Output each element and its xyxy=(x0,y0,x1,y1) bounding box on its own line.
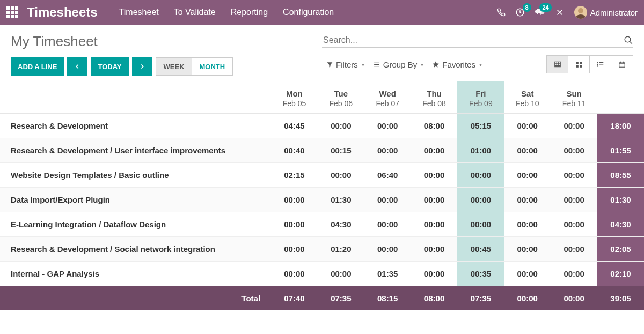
activities-icon[interactable]: 8 xyxy=(515,8,525,17)
groupby-button[interactable]: Group By ▾ xyxy=(369,57,428,72)
time-cell[interactable]: 00:00 xyxy=(271,262,318,286)
row-total: 01:30 xyxy=(597,188,644,212)
time-cell[interactable]: 00:00 xyxy=(551,212,597,237)
view-list-icon[interactable] xyxy=(590,56,611,73)
view-switcher xyxy=(546,55,633,73)
time-cell[interactable]: 00:00 xyxy=(364,188,411,212)
next-button[interactable] xyxy=(132,57,152,76)
favorites-button[interactable]: Favorites ▾ xyxy=(428,57,486,72)
table-row: Research & Development / Social network … xyxy=(0,237,644,262)
prev-button[interactable] xyxy=(67,57,87,76)
time-cell[interactable]: 06:40 xyxy=(364,163,411,188)
time-cell[interactable]: 00:00 xyxy=(504,188,551,212)
time-cell[interactable]: 01:20 xyxy=(318,237,364,262)
time-cell[interactable]: 00:15 xyxy=(318,138,364,163)
time-cell[interactable]: 00:00 xyxy=(318,163,364,188)
time-cell[interactable]: 00:00 xyxy=(551,188,597,212)
time-cell[interactable]: 00:00 xyxy=(504,163,551,188)
time-cell[interactable]: 00:00 xyxy=(364,114,411,138)
time-cell[interactable]: 00:00 xyxy=(271,237,318,262)
time-cell[interactable]: 00:00 xyxy=(364,212,411,237)
time-cell[interactable]: 00:00 xyxy=(551,114,597,138)
time-cell[interactable]: 02:15 xyxy=(271,163,318,188)
time-cell[interactable]: 00:00 xyxy=(457,163,504,188)
list-icon xyxy=(373,61,380,68)
time-cell[interactable]: 00:00 xyxy=(411,212,458,237)
row-label[interactable]: Research & Development / User interface … xyxy=(0,138,271,163)
time-cell[interactable]: 00:00 xyxy=(551,262,597,286)
time-cell[interactable]: 00:00 xyxy=(411,262,458,286)
today-button[interactable]: TODAY xyxy=(91,57,128,76)
user-menu[interactable]: Administrator xyxy=(574,6,638,19)
apps-icon[interactable] xyxy=(6,6,18,18)
search-icon[interactable] xyxy=(624,35,633,45)
view-grid-icon[interactable] xyxy=(547,56,568,73)
time-cell[interactable]: 00:00 xyxy=(364,138,411,163)
time-cell[interactable]: 00:00 xyxy=(411,138,458,163)
row-label[interactable]: Internal - GAP Analysis xyxy=(0,262,271,286)
footer-day-total: 07:40 xyxy=(271,286,318,311)
table-row: E-Learning Integration / Dataflow Design… xyxy=(0,212,644,237)
row-label[interactable]: E-Learning Integration / Dataflow Design xyxy=(0,212,271,237)
time-cell[interactable]: 04:45 xyxy=(271,114,318,138)
messages-icon[interactable]: 24 xyxy=(535,8,545,17)
time-cell[interactable]: 00:00 xyxy=(504,212,551,237)
row-total: 01:55 xyxy=(597,138,644,163)
time-cell[interactable]: 00:00 xyxy=(504,262,551,286)
time-cell[interactable]: 00:45 xyxy=(457,237,504,262)
column-header-day: ThuFeb 08 xyxy=(411,81,458,114)
filters-button[interactable]: Filters ▾ xyxy=(322,57,369,72)
nav-to-validate[interactable]: To Validate xyxy=(174,8,216,17)
time-cell[interactable]: 00:00 xyxy=(504,138,551,163)
svg-rect-4 xyxy=(580,62,582,64)
nav-timesheet[interactable]: Timesheet xyxy=(119,8,159,17)
time-cell[interactable]: 01:35 xyxy=(364,262,411,286)
row-label[interactable]: Research & Development xyxy=(0,114,271,138)
search-input[interactable] xyxy=(322,33,624,47)
nav-reporting[interactable]: Reporting xyxy=(231,8,268,17)
filters-label: Filters xyxy=(336,60,358,69)
time-cell[interactable]: 00:40 xyxy=(271,138,318,163)
time-cell[interactable]: 08:00 xyxy=(411,114,458,138)
favorites-label: Favorites xyxy=(442,60,475,69)
time-cell[interactable]: 04:30 xyxy=(318,212,364,237)
time-cell[interactable]: 00:00 xyxy=(504,237,551,262)
nav-configuration[interactable]: Configuration xyxy=(283,8,334,17)
time-cell[interactable]: 00:00 xyxy=(551,163,597,188)
time-cell[interactable]: 00:00 xyxy=(411,163,458,188)
time-cell[interactable]: 01:30 xyxy=(318,188,364,212)
table-row: Research & Development / User interface … xyxy=(0,138,644,163)
row-label[interactable]: Website Design Templates / Basic outline xyxy=(0,163,271,188)
time-cell[interactable]: 00:00 xyxy=(271,212,318,237)
time-cell[interactable]: 00:00 xyxy=(457,212,504,237)
footer-grand-total: 39:05 xyxy=(597,286,644,311)
row-label[interactable]: Data Import/Export Plugin xyxy=(0,188,271,212)
time-cell[interactable]: 00:00 xyxy=(551,237,597,262)
time-cell[interactable]: 01:00 xyxy=(457,138,504,163)
time-cell[interactable]: 00:00 xyxy=(411,237,458,262)
time-cell[interactable]: 00:00 xyxy=(504,114,551,138)
time-cell[interactable]: 05:15 xyxy=(457,114,504,138)
time-cell[interactable]: 00:00 xyxy=(364,237,411,262)
range-week-button[interactable]: WEEK xyxy=(156,58,192,75)
app-title: Timesheets xyxy=(27,5,98,20)
time-cell[interactable]: 00:00 xyxy=(318,262,364,286)
view-calendar-icon[interactable] xyxy=(611,56,633,73)
footer-day-total: 00:00 xyxy=(551,286,597,311)
phone-icon[interactable] xyxy=(497,8,506,17)
range-month-button[interactable]: MONTH xyxy=(192,58,233,75)
add-line-button[interactable]: ADD A LINE xyxy=(11,57,64,76)
time-cell[interactable]: 00:00 xyxy=(551,138,597,163)
time-cell[interactable]: 00:00 xyxy=(411,188,458,212)
column-header-day: TueFeb 06 xyxy=(318,81,364,114)
time-cell[interactable]: 00:00 xyxy=(318,114,364,138)
time-cell[interactable]: 00:35 xyxy=(457,262,504,286)
time-cell[interactable]: 00:00 xyxy=(271,188,318,212)
time-cell[interactable]: 00:00 xyxy=(457,188,504,212)
row-label[interactable]: Research & Development / Social network … xyxy=(0,237,271,262)
table-row: Internal - GAP Analysis00:0000:0001:3500… xyxy=(0,262,644,286)
tools-icon[interactable] xyxy=(555,8,565,17)
view-kanban-icon[interactable] xyxy=(568,56,590,73)
footer-day-total: 08:00 xyxy=(411,286,458,311)
controlbar: My Timesheet ADD A LINE TODAY WEEK MONTH xyxy=(0,25,644,81)
